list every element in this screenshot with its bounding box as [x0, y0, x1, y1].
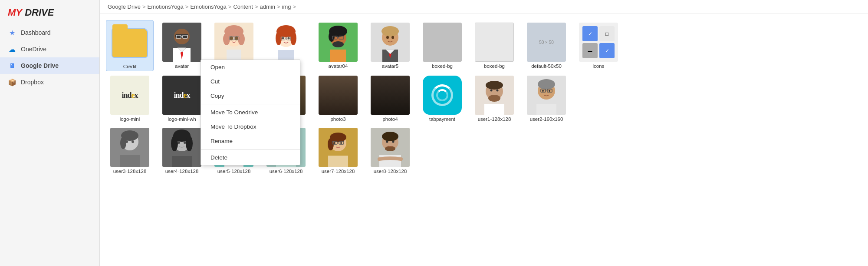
file-label-user4: user4-128x128: [165, 169, 199, 174]
sidebar-item-dashboard[interactable]: ★ Dashboard: [0, 24, 99, 41]
ctx-cut[interactable]: Cut: [201, 74, 300, 89]
breadcrumb: Google Drive > EmotionsYoga > EmotionsYo…: [100, 0, 868, 14]
svg-point-29: [288, 37, 290, 40]
file-label-user6: user6-128x128: [270, 169, 303, 174]
svg-point-44: [391, 36, 394, 39]
svg-point-76: [178, 141, 180, 144]
file-item-avatar04[interactable]: avatar04: [314, 20, 362, 71]
svg-point-74: [171, 136, 178, 151]
ctx-divider-2: [201, 149, 300, 150]
sidebar: My Drive ★ Dashboard ☁ OneDrive 🖥 Google…: [0, 0, 100, 266]
sidebar-item-googledrive[interactable]: 🖥 Google Drive: [0, 57, 99, 74]
file-item-user7[interactable]: user7-128x128: [314, 125, 362, 176]
breadcrumb-item: EmotionsYoga: [190, 3, 226, 10]
user3-svg: [110, 128, 149, 167]
file-item-default-50x50[interactable]: 50 × 50 default-50x50: [523, 20, 570, 71]
thumb-icons: ✓ □ ▬ ✓: [579, 23, 618, 62]
svg-rect-78: [172, 156, 192, 167]
file-item-credit[interactable]: Credit: [106, 20, 154, 71]
file-item-user4[interactable]: user4-128x128: [158, 125, 206, 176]
breadcrumb-item: img: [282, 3, 291, 10]
thumb-logo-mini: index: [110, 76, 149, 115]
sidebar-label-dropbox: Dropbox: [21, 79, 44, 86]
svg-rect-54: [484, 104, 504, 115]
sidebar-item-onedrive[interactable]: ☁ OneDrive: [0, 41, 99, 57]
svg-rect-63: [536, 104, 556, 115]
svg-point-75: [186, 136, 193, 151]
thumb-user8: [371, 128, 410, 167]
file-item-user8[interactable]: user8-128x128: [366, 125, 414, 176]
folder-icon-credit: [112, 29, 147, 57]
file-label-logo-mini-wh: logo-mini-wh: [168, 116, 196, 122]
svg-point-24: [290, 31, 296, 45]
svg-point-43: [386, 36, 389, 39]
logo: My Drive: [0, 0, 99, 24]
file-label-icons: icons: [593, 63, 605, 69]
avatar-anime-girl-svg: [214, 23, 253, 62]
file-label-user3: user3-128x128: [113, 169, 147, 174]
avatar-anime-redhead-svg: [266, 23, 306, 62]
logo-drive: Drive: [25, 7, 54, 18]
box-icon: 📦: [8, 78, 16, 86]
breadcrumb-sep: >: [228, 3, 232, 10]
ctx-delete[interactable]: Delete: [201, 150, 300, 165]
file-item-logo-mini[interactable]: index logo-mini: [106, 73, 154, 123]
file-item-user2[interactable]: user2-160x160: [523, 73, 570, 123]
file-item-tabpayment[interactable]: tabpayment: [418, 73, 466, 123]
file-item-photo3[interactable]: photo3: [314, 73, 362, 123]
file-label-default-50x50: default-50x50: [531, 63, 562, 69]
breadcrumb-item: Google Drive: [108, 3, 141, 10]
svg-point-62: [549, 90, 550, 92]
file-label-boxed-bg1: boxed-bg: [432, 63, 453, 69]
user4-svg: [162, 128, 201, 167]
thumb-user7: [319, 128, 358, 167]
thumb-photo4: [371, 76, 410, 115]
file-item-boxed-bg1[interactable]: boxed-bg: [418, 20, 466, 71]
user8-svg: [371, 128, 410, 167]
file-item-boxed-bg2[interactable]: boxed-bg: [470, 20, 518, 71]
logo-my: My: [8, 7, 22, 18]
file-item-icons[interactable]: ✓ □ ▬ ✓ icons: [575, 20, 622, 71]
sidebar-label-dashboard: Dashboard: [21, 29, 51, 36]
file-item-avatar5[interactable]: avatar5: [366, 20, 414, 71]
file-item-logo-mini-wh[interactable]: index logo-mini-wh: [158, 73, 206, 123]
ctx-open[interactable]: Open: [201, 60, 300, 74]
thumb-user3: [110, 128, 149, 167]
cloud-icon: ☁: [8, 45, 16, 53]
user1-svg: [475, 76, 514, 115]
sidebar-item-dropbox[interactable]: 📦 Dropbox: [0, 74, 99, 90]
file-label-credit: Credit: [123, 64, 137, 69]
file-label-user2: user2-160x160: [530, 116, 563, 122]
ctx-move-dropbox[interactable]: Move To Dropbox: [201, 120, 300, 134]
svg-point-50: [486, 81, 503, 90]
thumb-boxed-bg2: [475, 23, 514, 62]
thumb-avatar03: [266, 23, 306, 62]
file-item-avatar[interactable]: avatar: [158, 20, 206, 71]
breadcrumb-sep: >: [142, 3, 146, 10]
thumb-user1: [475, 76, 514, 115]
svg-rect-70: [120, 155, 140, 167]
ctx-divider-1: [201, 104, 300, 104]
breadcrumb-sep: >: [293, 3, 296, 10]
thumb-avatar02: [214, 23, 253, 62]
file-label-user1: user1-128x128: [478, 116, 511, 122]
ctx-rename[interactable]: Rename: [201, 134, 300, 148]
file-label-user8: user8-128x128: [374, 169, 407, 174]
thumb-avatar04: [319, 23, 358, 62]
gray-box-img: [423, 23, 462, 62]
monitor-icon: 🖥: [8, 61, 16, 70]
file-item-user3[interactable]: user3-128x128: [106, 125, 154, 176]
star-icon: ★: [8, 28, 16, 37]
svg-point-28: [282, 37, 284, 40]
file-item-photo4[interactable]: photo4: [366, 73, 414, 123]
file-item-user1[interactable]: user1-128x128: [470, 73, 518, 123]
svg-point-99: [340, 142, 342, 144]
icons-grid: ✓ □ ▬ ✓: [579, 23, 618, 62]
ctx-copy[interactable]: Copy: [201, 89, 300, 103]
thumb-avatar: [162, 23, 201, 62]
ctx-move-onedrive[interactable]: Move To Onedrive: [201, 105, 300, 120]
default-thumb-img: 50 × 50: [527, 23, 566, 62]
breadcrumb-sep: >: [277, 3, 280, 10]
avatar-green-svg: [319, 23, 358, 62]
file-label-avatar04: avatar04: [329, 63, 348, 69]
